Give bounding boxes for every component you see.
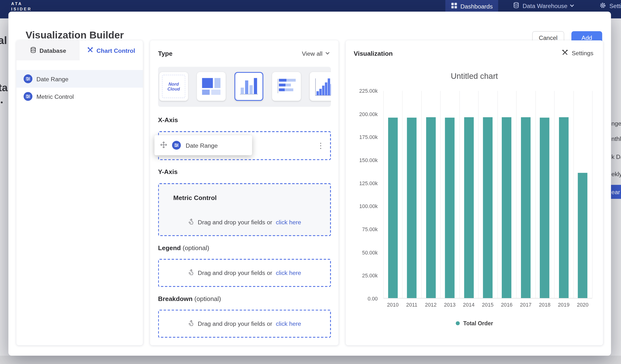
optional-suffix: (optional) (183, 244, 209, 251)
bar-2020 (578, 173, 587, 298)
chart-type-selector: Nord Cloud (158, 67, 331, 107)
x-tick-label: 2012 (421, 302, 440, 308)
bar-2014 (464, 117, 474, 298)
click-here-link[interactable]: click here (276, 320, 301, 327)
chart-type-kpi-card[interactable]: Nord Cloud (159, 72, 188, 101)
brand-line1: ATA (11, 1, 32, 6)
y-tick-label: 75.00k (362, 226, 378, 233)
gear-icon (599, 2, 606, 10)
x-tick-label: 2019 (554, 302, 573, 308)
x-tick-label: 2010 (383, 302, 402, 308)
gridline (573, 91, 574, 298)
database-icon (30, 47, 36, 54)
click-here-link[interactable]: click here (276, 219, 301, 225)
tab-chart-control[interactable]: Chart Control (80, 40, 143, 60)
breakdown-dropzone[interactable]: Drag and drop your fields or click here (158, 310, 331, 338)
control-icon (172, 141, 181, 150)
chart-title: Untitled chart (346, 71, 603, 81)
bar-2011 (407, 118, 417, 298)
field-metric-control[interactable]: Metric Control (16, 87, 143, 105)
chart-type-column[interactable] (235, 72, 263, 101)
chip-label: Date Range (186, 142, 218, 149)
view-all-label: View all (302, 50, 323, 57)
y-tick-label: 200.00k (359, 111, 378, 117)
x-tick-label: 2017 (516, 302, 535, 308)
y-tick-label: 50.00k (362, 249, 378, 256)
type-section-label: Type (158, 50, 172, 57)
x-tick-label: 2013 (440, 302, 459, 308)
backdrop-fragment: ta (0, 82, 8, 94)
modal-title: Visualization Builder (26, 29, 124, 41)
bar-2017 (521, 117, 531, 298)
fields-panel-tabs: Database Chart Control (16, 40, 143, 60)
kebab-menu-icon[interactable]: ⋮ (317, 142, 324, 149)
field-label: Metric Control (36, 93, 74, 100)
optional-suffix: (optional) (194, 295, 221, 302)
drop-text: Drag and drop your fields or (198, 219, 272, 225)
gridline (554, 91, 555, 298)
drop-text: Drag and drop your fields or (198, 320, 272, 327)
tap-icon (188, 320, 194, 328)
legend-label: Total Order (463, 320, 493, 326)
gridline (535, 91, 535, 298)
visualization-panel-title: Visualization (354, 50, 393, 57)
bar-2016 (502, 117, 512, 298)
visualization-panel: Visualization Settings Untitled chart 22… (346, 40, 603, 345)
date-range-chip[interactable]: Date Range (155, 135, 252, 155)
gridline (497, 91, 498, 298)
backdrop-fragment: k Date (611, 153, 621, 160)
tab-database[interactable]: Database (16, 40, 80, 60)
tap-icon (188, 219, 194, 226)
chart-legend[interactable]: Total Order (346, 320, 603, 326)
gridline (440, 91, 441, 298)
x-tick-label: 2015 (478, 302, 497, 308)
chart-yticks: 225.00k200.00k175.00k150.00k125.00k100.0… (346, 91, 378, 298)
chevron-down-icon (326, 51, 329, 54)
nav-warehouse-label: Data Warehouse (522, 2, 567, 9)
y-tick-label: 225.00k (359, 88, 378, 94)
tap-icon (188, 269, 194, 277)
settings-tools-icon (562, 49, 568, 57)
breakdown-section-title: Breakdown (158, 295, 193, 302)
gridline (459, 91, 460, 298)
field-date-range[interactable]: Date Range (16, 70, 143, 87)
click-here-link[interactable]: click here (276, 269, 301, 276)
chart-type-horizontal-bar[interactable] (272, 72, 301, 101)
chevron-down-icon (570, 3, 574, 7)
tab-chart-control-label: Chart Control (97, 47, 135, 54)
bar-2018 (540, 118, 550, 298)
visualization-builder-modal: Visualization Builder Cancel Add Databas… (9, 12, 611, 356)
settings-label: Settings (572, 50, 593, 56)
backdrop-fragment: ● (0, 100, 3, 104)
x-tick-label: 2018 (535, 302, 554, 308)
gridline (516, 91, 517, 298)
app-root: ATA ISIDER Dashboards Data Warehouse Set… (0, 0, 621, 364)
backdrop-fragment: ekly (611, 170, 621, 177)
column-chart-icon (240, 78, 258, 94)
y-tick-label: 25.00k (362, 273, 378, 278)
field-label: Date Range (36, 75, 69, 82)
gridline (383, 91, 384, 298)
fields-panel: Database Chart Control Date Range Metric… (16, 40, 143, 345)
chart-plot (383, 91, 592, 298)
y-axis-dropzone[interactable]: Metric Control Drag and drop your fields… (158, 183, 331, 236)
brand-line2: ISIDER (11, 6, 32, 11)
view-all-button[interactable]: View all (302, 50, 329, 57)
gridline (478, 91, 479, 298)
backdrop-fragment: nthly (611, 135, 621, 142)
nav-settings[interactable]: Setti (599, 0, 621, 12)
gridline (402, 91, 403, 298)
chart-type-treemap[interactable] (197, 72, 225, 101)
legend-dropzone[interactable]: Drag and drop your fields or click here (158, 259, 331, 287)
brand-logo[interactable]: ATA ISIDER (11, 1, 32, 12)
x-tick-label: 2016 (497, 302, 516, 308)
drop-hint: Drag and drop your fields or click here (159, 320, 330, 328)
chart-type-histogram[interactable] (310, 72, 331, 101)
backdrop-bottom (0, 356, 621, 364)
breakdown-section-label: Breakdown (optional) (158, 295, 221, 303)
gridline (592, 91, 593, 298)
settings-button[interactable]: Settings (562, 49, 593, 57)
kpi-card-icon: Nord Cloud (162, 75, 185, 98)
nav-data-warehouse[interactable]: Data Warehouse (513, 0, 573, 12)
legend-section-label: Legend (optional) (158, 244, 209, 252)
